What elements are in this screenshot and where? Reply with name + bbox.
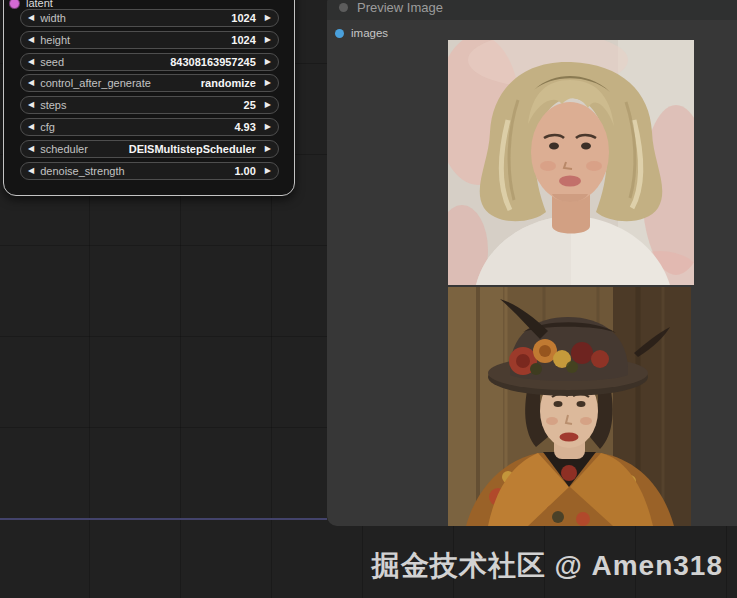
increment-arrow-icon[interactable]: ▶: [265, 145, 271, 153]
link-wire: [0, 518, 327, 520]
widget-row-cfg[interactable]: ◀ cfg 4.93 ▶: [20, 118, 279, 136]
decrement-arrow-icon[interactable]: ◀: [28, 14, 34, 22]
generated-image-1[interactable]: [448, 40, 694, 285]
preview-node-header[interactable]: Preview Image: [327, 0, 737, 20]
widget-row-seed[interactable]: ◀ seed 84308163957245 ▶: [20, 53, 279, 71]
preview-image-node[interactable]: Preview Image images: [327, 0, 737, 526]
latent-slot-label: latent: [26, 0, 53, 9]
images-slot-dot-icon[interactable]: [335, 29, 344, 38]
widget-label: steps: [40, 99, 66, 111]
widget-label: width: [40, 12, 66, 24]
widget-value: DEISMultistepScheduler: [129, 143, 256, 155]
widget-row-height[interactable]: ◀ height 1024 ▶: [20, 31, 279, 49]
widget-value: 1024: [231, 12, 255, 24]
widget-value: 25: [244, 99, 256, 111]
widget-label: denoise_strength: [40, 165, 124, 177]
decrement-arrow-icon[interactable]: ◀: [28, 58, 34, 66]
vintage-hat-portrait-illustration: [448, 287, 691, 526]
widget-row-width[interactable]: ◀ width 1024 ▶: [20, 9, 279, 27]
widget-list: ◀ width 1024 ▶ ◀ height 1024 ▶ ◀ seed 84…: [20, 9, 279, 183]
images-input-slot[interactable]: images: [335, 27, 388, 39]
widget-row-steps[interactable]: ◀ steps 25 ▶: [20, 96, 279, 114]
widget-label: scheduler: [40, 143, 88, 155]
sampler-node[interactable]: latent ◀ width 1024 ▶ ◀ height 1024 ▶ ◀ …: [3, 0, 295, 196]
increment-arrow-icon[interactable]: ▶: [265, 167, 271, 175]
latent-slot[interactable]: latent: [10, 0, 53, 9]
generated-image-2[interactable]: [448, 287, 691, 526]
increment-arrow-icon[interactable]: ▶: [265, 58, 271, 66]
increment-arrow-icon[interactable]: ▶: [265, 123, 271, 131]
decrement-arrow-icon[interactable]: ◀: [28, 36, 34, 44]
increment-arrow-icon[interactable]: ▶: [265, 79, 271, 87]
images-slot-label: images: [351, 27, 388, 39]
decrement-arrow-icon[interactable]: ◀: [28, 167, 34, 175]
node-graph-canvas[interactable]: latent ◀ width 1024 ▶ ◀ height 1024 ▶ ◀ …: [0, 0, 737, 598]
latent-slot-dot-icon[interactable]: [10, 0, 19, 8]
increment-arrow-icon[interactable]: ▶: [265, 36, 271, 44]
widget-row-denoise-strength[interactable]: ◀ denoise_strength 1.00 ▶: [20, 162, 279, 180]
node-status-dot-icon: [339, 3, 348, 12]
widget-row-control-after-generate[interactable]: ◀ control_after_generate randomize ▶: [20, 74, 279, 92]
widget-label: cfg: [40, 121, 55, 133]
widget-label: height: [40, 34, 70, 46]
widget-label: seed: [40, 56, 64, 68]
preview-node-title: Preview Image: [357, 0, 443, 15]
widget-value: 1.00: [234, 165, 255, 177]
increment-arrow-icon[interactable]: ▶: [265, 14, 271, 22]
blonde-portrait-illustration: [448, 40, 694, 285]
widget-label: control_after_generate: [40, 77, 151, 89]
watermark-text: 掘金技术社区 @ Amen318: [372, 547, 723, 585]
widget-value: 84308163957245: [170, 56, 256, 68]
decrement-arrow-icon[interactable]: ◀: [28, 123, 34, 131]
widget-value: 4.93: [234, 121, 255, 133]
widget-value: 1024: [231, 34, 255, 46]
decrement-arrow-icon[interactable]: ◀: [28, 101, 34, 109]
widget-value: randomize: [201, 77, 256, 89]
increment-arrow-icon[interactable]: ▶: [265, 101, 271, 109]
widget-row-scheduler[interactable]: ◀ scheduler DEISMultistepScheduler ▶: [20, 140, 279, 158]
decrement-arrow-icon[interactable]: ◀: [28, 79, 34, 87]
decrement-arrow-icon[interactable]: ◀: [28, 145, 34, 153]
